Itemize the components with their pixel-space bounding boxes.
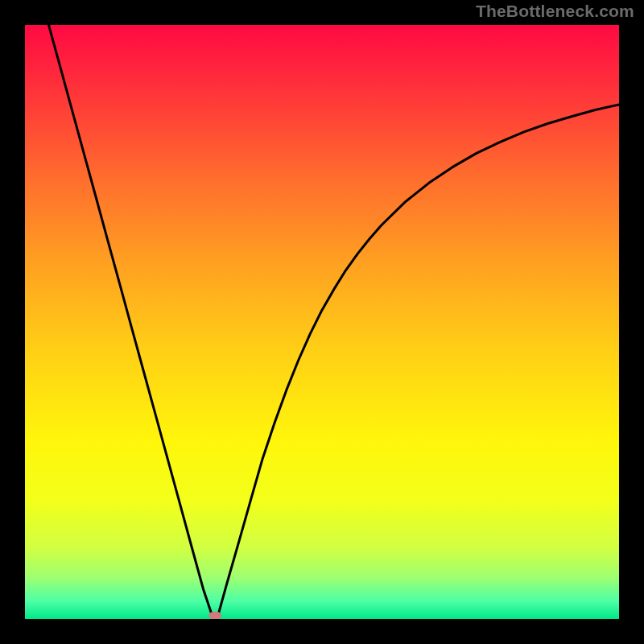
chart-plot [25,25,619,619]
chart-frame [25,25,619,619]
watermark-text: TheBottleneck.com [476,2,634,21]
bottleneck-curve [49,25,620,616]
